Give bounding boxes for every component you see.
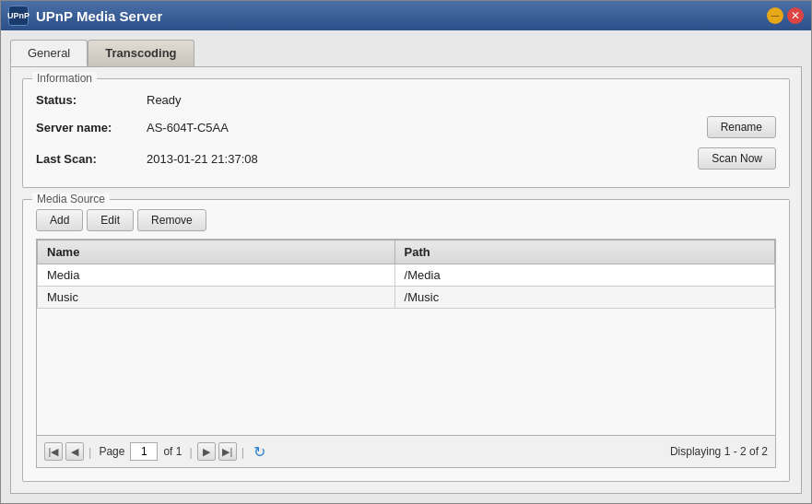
cell-path: /Media — [394, 264, 774, 287]
scan-now-button[interactable]: Scan Now — [698, 147, 776, 170]
server-name-row: Server name: AS-604T-C5AA Rename — [36, 111, 776, 143]
prev-page-button[interactable]: ◀ — [65, 442, 84, 461]
cell-path: /Music — [394, 287, 774, 309]
server-name-value: AS-604T-C5AA — [147, 121, 698, 135]
last-page-button[interactable]: ▶| — [218, 442, 237, 461]
status-value: Ready — [147, 93, 776, 107]
table-row: Media/Media — [38, 264, 775, 287]
add-button[interactable]: Add — [36, 209, 83, 231]
pagination-bar: |◀ ◀ | Page of 1 | ▶ ▶| | ↻ Displaying 1… — [36, 436, 776, 468]
status-label: Status: — [36, 93, 147, 107]
title-bar: UPnP UPnP Media Server ─ ✕ — [1, 1, 811, 30]
last-scan-row: Last Scan: 2013-01-21 21:37:08 Scan Now — [36, 143, 776, 174]
app-logo: UPnP — [8, 6, 29, 26]
display-text: Displaying 1 - 2 of 2 — [670, 445, 768, 458]
sep1: | — [87, 445, 93, 459]
rename-action: Rename — [707, 116, 776, 138]
first-page-button[interactable]: |◀ — [44, 442, 63, 461]
last-scan-label: Last Scan: — [36, 152, 147, 166]
refresh-icon[interactable]: ↻ — [249, 441, 269, 462]
rename-button[interactable]: Rename — [707, 116, 776, 138]
edit-button[interactable]: Edit — [87, 209, 134, 231]
main-window: UPnP UPnP Media Server ─ ✕ General Trans… — [0, 0, 812, 504]
table-header-row: Name Path — [38, 240, 775, 264]
sep2: | — [187, 445, 194, 459]
remove-button[interactable]: Remove — [137, 209, 206, 231]
page-input[interactable] — [130, 442, 158, 461]
media-source-section: Media Source Add Edit Remove Name Path — [22, 199, 790, 482]
last-scan-value: 2013-01-21 21:37:08 — [147, 152, 688, 166]
media-source-legend: Media Source — [32, 193, 110, 205]
media-table: Name Path Media/MediaMusic/Music — [37, 240, 775, 309]
close-button[interactable]: ✕ — [787, 7, 804, 24]
sep3: | — [240, 445, 246, 459]
tab-bar: General Transcoding — [10, 40, 802, 66]
window-controls: ─ ✕ — [767, 7, 804, 24]
page-label: Page — [99, 445, 124, 458]
server-name-label: Server name: — [36, 121, 147, 135]
status-row: Status: Ready — [36, 88, 776, 111]
col-name-header: Name — [38, 240, 395, 264]
information-legend: Information — [32, 72, 97, 85]
media-table-wrapper: Name Path Media/MediaMusic/Music — [36, 239, 776, 436]
table-row: Music/Music — [38, 287, 775, 309]
next-page-button[interactable]: ▶ — [197, 442, 216, 461]
cell-name: Media — [38, 264, 395, 287]
information-section: Information Status: Ready Server name: A… — [22, 78, 790, 188]
tab-general[interactable]: General — [10, 40, 88, 66]
of-label: of 1 — [163, 445, 182, 458]
main-panel: Information Status: Ready Server name: A… — [10, 66, 802, 494]
tab-transcoding[interactable]: Transcoding — [88, 40, 194, 66]
window-title: UPnP Media Server — [36, 8, 759, 24]
media-toolbar: Add Edit Remove — [36, 209, 776, 231]
content-area: General Transcoding Information Status: … — [1, 30, 811, 503]
scan-now-action: Scan Now — [698, 147, 776, 170]
minimize-button[interactable]: ─ — [767, 7, 783, 24]
col-path-header: Path — [394, 240, 774, 264]
cell-name: Music — [38, 287, 395, 309]
